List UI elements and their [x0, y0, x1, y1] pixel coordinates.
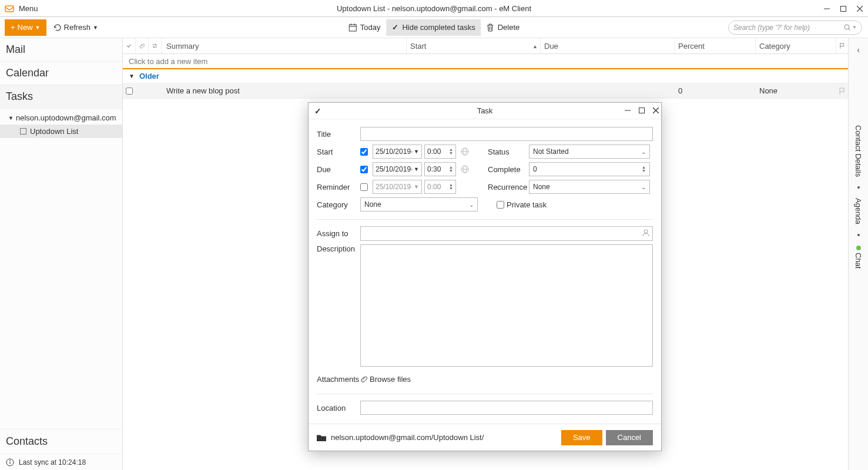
browse-label: Browse files	[370, 375, 411, 384]
location-input[interactable]	[360, 401, 653, 415]
col-repeat[interactable]	[149, 38, 162, 53]
nav-calendar[interactable]: Calendar	[0, 62, 122, 85]
tab-agenda[interactable]: Agenda	[854, 198, 863, 224]
due-date-input[interactable]: 25/10/2019▼	[373, 162, 422, 176]
task-row[interactable]: Write a new blog post 0 None	[123, 83, 848, 99]
today-label: Today	[360, 23, 381, 32]
status-label: Status	[488, 147, 529, 156]
spinner-icon[interactable]: ▲▼	[642, 166, 646, 173]
description-input[interactable]	[360, 244, 653, 367]
spinner-icon[interactable]: ▲▼	[449, 166, 453, 173]
new-button[interactable]: + New ▼	[5, 19, 46, 36]
task-checkbox[interactable]	[126, 88, 133, 95]
svg-rect-17	[639, 108, 645, 113]
hide-completed-label: Hide completed tasks	[402, 23, 475, 32]
browse-files-button[interactable]: Browse files	[360, 375, 411, 384]
tab-contact-details[interactable]: Contact Details	[854, 125, 863, 177]
sort-asc-icon: ▴	[534, 43, 537, 49]
refresh-button[interactable]: Refresh ▼	[53, 23, 98, 32]
list-checkbox-icon[interactable]	[20, 128, 26, 135]
reminder-date-input[interactable]: 25/10/2019▼	[373, 180, 422, 194]
nav-contacts[interactable]: Contacts	[0, 429, 122, 454]
start-enabled-checkbox[interactable]	[360, 148, 368, 156]
col-due[interactable]: Due	[541, 38, 675, 53]
dialog-titlebar: ✓ Task	[309, 103, 661, 119]
search-dropdown-icon[interactable]: ▼	[852, 25, 857, 30]
col-percent[interactable]: Percent	[675, 38, 756, 53]
today-button[interactable]: Today	[343, 19, 387, 36]
col-attachment[interactable]	[136, 38, 149, 53]
task-dialog: ✓ Task Title Start 25/10/2019▼ 0:00▲▼ St…	[308, 102, 662, 451]
reminder-enabled-checkbox[interactable]	[360, 183, 368, 191]
recurrence-select[interactable]: None⌄	[529, 180, 650, 194]
delete-button[interactable]: Delete	[481, 19, 526, 36]
spinner-icon[interactable]: ▲▼	[449, 183, 453, 190]
dropdown-caret-icon: ▼	[35, 25, 41, 31]
due-time-input[interactable]: 0:30▲▼	[424, 162, 456, 176]
dialog-minimize[interactable]	[625, 106, 631, 115]
svg-point-11	[844, 25, 849, 29]
col-flag[interactable]	[836, 38, 848, 53]
attachments-label: Attachments	[317, 375, 360, 384]
dropdown-caret-icon: ⌄	[641, 149, 646, 155]
sidebar: Mail Calendar Tasks ▼ nelson.uptodown@gm…	[0, 38, 123, 470]
new-item-input[interactable]: Click to add a new item	[123, 54, 848, 69]
window-maximize[interactable]	[835, 0, 852, 17]
menu-button[interactable]: Menu	[19, 4, 38, 13]
task-complete-toggle[interactable]: ✓	[314, 106, 321, 116]
start-date-input[interactable]: 25/10/2019▼	[373, 145, 422, 159]
dialog-footer: nelson.uptodown@gmail.com/Uptodown List/…	[309, 424, 661, 451]
hide-completed-button[interactable]: ✓ Hide completed tasks	[386, 19, 481, 36]
dropdown-caret-icon: ⌄	[469, 202, 474, 208]
search-input[interactable]: Search (type '?' for help) ▼	[728, 21, 862, 35]
col-checkbox[interactable]	[123, 38, 136, 53]
save-button[interactable]: Save	[561, 430, 602, 445]
dialog-close[interactable]	[653, 106, 659, 115]
location-label: Location	[317, 404, 360, 412]
globe-icon[interactable]	[461, 165, 469, 173]
flag-icon[interactable]	[839, 88, 845, 95]
col-start[interactable]: Start▴	[407, 38, 541, 53]
separator-dot-icon	[857, 234, 860, 236]
start-time-input[interactable]: 0:00▲▼	[424, 145, 456, 159]
due-enabled-checkbox[interactable]	[360, 166, 368, 173]
complete-input[interactable]: 0▲▼	[529, 162, 650, 176]
title-input[interactable]	[360, 127, 653, 141]
assign-input[interactable]	[360, 226, 653, 241]
assign-label: Assign to	[317, 229, 360, 238]
spinner-icon[interactable]: ▲▼	[449, 148, 453, 155]
tree-account[interactable]: ▼ nelson.uptodown@gmail.com	[0, 111, 122, 125]
reminder-time-input[interactable]: 0:00▲▼	[424, 180, 456, 194]
tab-chat[interactable]: Chat	[854, 253, 863, 268]
nav-mail[interactable]: Mail	[0, 38, 122, 62]
nav-tasks[interactable]: Tasks	[0, 85, 122, 109]
private-checkbox[interactable]	[497, 201, 504, 209]
group-older[interactable]: ▼ Older	[123, 69, 848, 83]
group-label: Older	[139, 72, 159, 80]
window-close[interactable]	[852, 0, 868, 17]
category-label: Category	[317, 200, 360, 209]
col-category[interactable]: Category	[756, 38, 836, 53]
globe-icon[interactable]	[461, 147, 469, 156]
tree-list-uptodown[interactable]: Uptodown List	[0, 125, 122, 138]
dialog-maximize[interactable]	[639, 106, 645, 115]
search-placeholder: Search (type '?' for help)	[733, 24, 810, 32]
recurrence-label: Recurrence	[488, 183, 529, 192]
status-select[interactable]: Not Started⌄	[529, 145, 650, 159]
col-summary[interactable]: Summary	[162, 38, 407, 53]
dropdown-caret-icon: ▼	[93, 25, 98, 31]
cancel-button[interactable]: Cancel	[606, 430, 653, 445]
start-label: Start	[317, 147, 360, 156]
person-icon[interactable]	[642, 229, 650, 239]
window-title: Uptodown List - nelson.uptodown@gmail.co…	[0, 4, 868, 13]
category-select[interactable]: None⌄	[360, 197, 478, 212]
window-minimize[interactable]	[819, 0, 835, 17]
title-bar: Menu Uptodown List - nelson.uptodown@gma…	[0, 0, 868, 17]
last-sync-text: Last sync at 10:24:18	[19, 458, 86, 466]
collapse-right-panel[interactable]: ‹	[857, 45, 860, 55]
dropdown-caret-icon: ▼	[414, 149, 419, 155]
folder-icon	[317, 434, 326, 441]
reminder-label: Reminder	[317, 183, 360, 192]
separator-dot-icon	[857, 186, 860, 189]
app-icon	[5, 4, 14, 13]
